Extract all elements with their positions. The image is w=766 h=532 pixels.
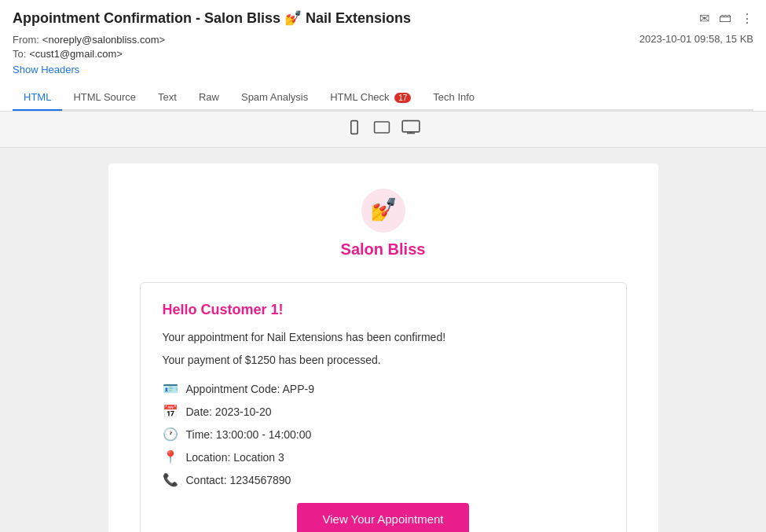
desktop-view-icon[interactable] (401, 119, 420, 139)
email-body: 💅 Salon Bliss Hello Customer 1! Your app… (108, 163, 658, 532)
tab-spam-analysis[interactable]: Spam Analysis (230, 85, 319, 111)
svg-text:💅: 💅 (369, 196, 397, 222)
content-card: Hello Customer 1! Your appointment for N… (140, 282, 627, 532)
from-value: <noreply@salonbliss.com> (42, 34, 165, 46)
detail-appointment-code: 🪪 Appointment Code: APP-9 (163, 381, 604, 396)
tab-tech-info[interactable]: Tech Info (422, 85, 486, 111)
email-tabs: HTML HTML Source Text Raw Spam Analysis … (13, 85, 753, 111)
location-icon: 📍 (163, 449, 178, 464)
detail-date: 📅 Date: 2023-10-20 (163, 404, 604, 419)
email-header: Appointment Confirmation - Salon Bliss 💅… (0, 0, 766, 112)
to-value: <cust1@gmail.com> (29, 48, 123, 60)
from-row: From: <noreply@salonbliss.com> (13, 33, 165, 46)
confirm-text: Your appointment for Nail Extensions has… (163, 329, 604, 346)
email-subject: Appointment Confirmation - Salon Bliss 💅… (13, 9, 411, 27)
date-icon: 📅 (163, 404, 178, 419)
tablet-view-icon[interactable] (373, 119, 390, 139)
svg-rect-2 (374, 122, 389, 133)
header-action-icons: ✉ 🗃 ⋮ (699, 11, 753, 26)
mobile-view-icon[interactable] (346, 119, 362, 139)
tab-html-check[interactable]: HTML Check 17 (319, 85, 422, 111)
svg-rect-0 (350, 121, 357, 134)
salon-logo-icon: 💅 (360, 187, 407, 234)
payment-text: Your payment of $1250 has been processed… (163, 352, 604, 369)
salon-name: Salon Bliss (124, 240, 643, 259)
email-date: 2023-10-01 09:58, 15 KB (640, 33, 753, 45)
from-label: From: (13, 34, 39, 46)
detail-location: 📍 Location: Location 3 (163, 449, 604, 464)
detail-time: 🕐 Time: 13:00:00 - 14:00:00 (163, 427, 604, 442)
detail-contact: 📞 Contact: 1234567890 (163, 472, 604, 487)
to-label: To: (13, 48, 26, 60)
to-row: To: <cust1@gmail.com> (13, 47, 165, 60)
appointment-code-text: Appointment Code: APP-9 (186, 383, 314, 395)
archive-icon[interactable]: 🗃 (719, 11, 731, 26)
subject-row: Appointment Confirmation - Salon Bliss 💅… (13, 9, 753, 27)
tab-text[interactable]: Text (147, 85, 188, 111)
time-text: Time: 13:00:00 - 14:00:00 (186, 428, 312, 441)
show-headers-link[interactable]: Show Headers (13, 64, 79, 75)
view-appointment-button[interactable]: View Your Appointment (297, 503, 468, 532)
meta-row: From: <noreply@salonbliss.com> To: <cust… (13, 33, 753, 60)
tab-html[interactable]: HTML (13, 85, 62, 111)
logo-section: 💅 Salon Bliss (108, 163, 658, 266)
time-icon: 🕐 (163, 427, 178, 442)
html-check-badge: 17 (394, 93, 411, 103)
tab-html-source[interactable]: HTML Source (62, 85, 147, 111)
viewport-selector (0, 112, 766, 148)
contact-text: Contact: 1234567890 (186, 474, 291, 486)
appointment-code-icon: 🪪 (163, 381, 178, 396)
reply-icon[interactable]: ✉ (699, 11, 709, 26)
meta-left: From: <noreply@salonbliss.com> To: <cust… (13, 33, 165, 60)
tab-raw[interactable]: Raw (188, 85, 230, 111)
svg-rect-4 (402, 121, 420, 132)
greeting: Hello Customer 1! (163, 302, 604, 318)
email-body-wrapper: 💅 Salon Bliss Hello Customer 1! Your app… (0, 148, 766, 532)
contact-icon: 📞 (163, 472, 178, 487)
location-text: Location: Location 3 (186, 451, 284, 464)
cta-section: View Your Appointment (163, 503, 604, 532)
date-text: Date: 2023-10-20 (186, 405, 272, 418)
more-icon[interactable]: ⋮ (741, 11, 753, 26)
